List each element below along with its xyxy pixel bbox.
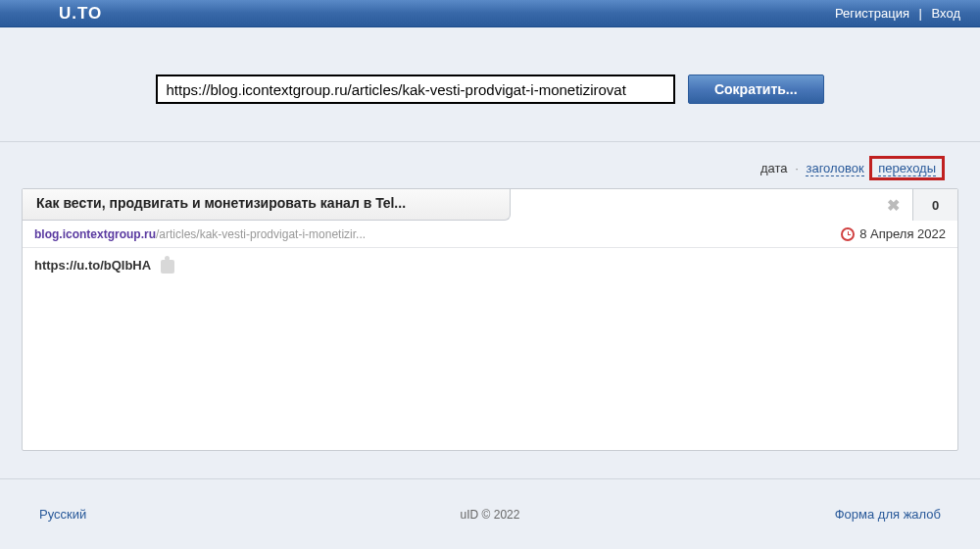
footer: Русский uID © 2022 Форма для жалоб [0,478,980,549]
original-url-row: blog.icontextgroup.ru/articles/kak-vesti… [23,221,957,248]
date-text: 8 Апреля 2022 [859,226,946,241]
short-url-row: https://u.to/bQIbHA [23,248,957,450]
original-domain: blog.icontextgroup.ru [34,227,156,241]
clicks-count: 0 [912,189,957,221]
top-header: U.TO Регистрация | Вход [0,0,980,27]
page-title-tab[interactable]: Как вести, продвигать и монетизировать к… [23,189,511,221]
language-selector[interactable]: Русский [39,507,86,522]
auth-links: Регистрация | Вход [835,6,960,21]
sort-clicks-link[interactable]: переходы [878,161,936,176]
sort-clicks-highlighted: переходы [869,156,945,180]
copyright: uID © 2022 [461,508,520,522]
login-link[interactable]: Вход [932,6,960,21]
close-icon[interactable]: ✖ [873,189,912,221]
sort-title-link[interactable]: заголовок [806,161,863,176]
puzzle-icon[interactable] [161,260,174,274]
short-url[interactable]: https://u.to/bQIbHA [34,258,151,273]
sort-date-label[interactable]: дата [760,161,788,175]
original-url[interactable]: blog.icontextgroup.ru/articles/kak-vesti… [34,227,366,241]
url-card: Как вести, продвигать и монетизировать к… [22,188,958,451]
sort-row: дата · заголовок переходы [22,142,958,188]
clock-icon [841,227,855,241]
register-link[interactable]: Регистрация [835,6,909,21]
url-input[interactable] [156,75,675,104]
content-area: дата · заголовок переходы Как вести, про… [0,142,980,451]
shorten-button[interactable]: Сократить... [688,75,824,104]
card-header: Как вести, продвигать и монетизировать к… [23,189,957,221]
complaint-link[interactable]: Форма для жалоб [835,507,941,522]
original-path: /articles/kak-vesti-prodvigat-i-monetizi… [156,227,366,241]
site-logo[interactable]: U.TO [59,4,102,24]
created-date: 8 Апреля 2022 [841,226,946,241]
shorten-panel: Сократить... [0,27,980,142]
separator: | [919,6,922,21]
